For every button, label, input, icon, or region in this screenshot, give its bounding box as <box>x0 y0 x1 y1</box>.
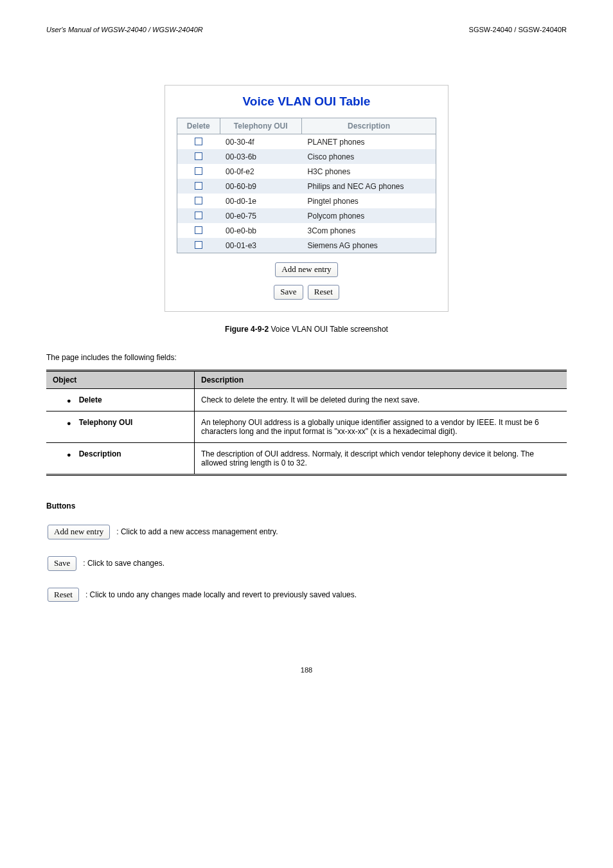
cell-oui: 00-d0-1e <box>220 194 301 208</box>
table-row: 00-0f-e2 H3C phones <box>177 164 436 179</box>
delete-checkbox[interactable] <box>195 182 202 190</box>
cell-desc: PLANET phones <box>301 134 436 150</box>
cell-desc: Philips and NEC AG phones <box>301 179 436 194</box>
cell-desc: Polycom phones <box>301 208 436 223</box>
save-button[interactable]: Save <box>274 285 303 300</box>
add-entry-button[interactable]: Add new entry <box>275 262 337 277</box>
cell-oui: 00-30-4f <box>220 134 301 150</box>
lead-text: The page includes the following fields: <box>46 353 567 362</box>
header-right: SGSW-24040 / SGSW-24040R <box>469 26 567 33</box>
description-table: Object Description ● Delete Check to del… <box>46 370 567 476</box>
page-number: 188 <box>46 666 567 674</box>
col-description: Description <box>301 118 436 134</box>
btn-desc-text: : Click to add a new access management e… <box>116 527 278 536</box>
table-row: 00-01-e3 Siemens AG phones <box>177 238 436 253</box>
table-row: 00-d0-1e Pingtel phones <box>177 194 436 208</box>
desc-obj-label: Description <box>79 449 121 458</box>
bullet-icon: ● <box>53 418 71 427</box>
cell-oui: 00-60-b9 <box>220 179 301 194</box>
desc-obj-label: Delete <box>79 395 102 404</box>
cell-oui: 00-01-e3 <box>220 238 301 253</box>
delete-checkbox[interactable] <box>195 212 202 219</box>
page-header: User's Manual of WGSW-24040 / WGSW-24040… <box>46 26 567 33</box>
figure-caption: Figure 4-9-2 Voice VLAN OUI Table screen… <box>46 325 567 334</box>
cell-oui: 00-e0-bb <box>220 223 301 238</box>
cell-desc: Siemens AG phones <box>301 238 436 253</box>
desc-obj-text: The description of OUI address. Normaly,… <box>195 442 567 475</box>
cell-desc: Pingtel phones <box>301 194 436 208</box>
btn-desc-text: : Click to save changes. <box>83 559 164 568</box>
desc-obj-text: An telephony OUI address is a globally u… <box>195 411 567 442</box>
table-row: 00-e0-bb 3Com phones <box>177 223 436 238</box>
figure-caption-text: Voice VLAN OUI Table screenshot <box>269 325 388 334</box>
desc-head-description: Description <box>195 370 567 388</box>
delete-checkbox[interactable] <box>195 138 202 145</box>
cell-oui: 00-e0-75 <box>220 208 301 223</box>
buttons-section-title: Buttons <box>46 502 567 511</box>
figure-number: Figure 4-9-2 <box>225 325 269 334</box>
delete-checkbox[interactable] <box>195 197 202 204</box>
delete-checkbox[interactable] <box>195 167 202 175</box>
cell-desc: Cisco phones <box>301 149 436 164</box>
reset-button-doc[interactable]: Reset <box>48 588 79 602</box>
desc-obj-label: Telephony OUI <box>79 418 133 427</box>
table-row: 00-30-4f PLANET phones <box>177 134 436 150</box>
desc-obj-text: Check to delete the entry. It will be de… <box>195 388 567 411</box>
desc-head-object: Object <box>46 370 195 388</box>
panel-title: Voice VLAN OUI Table <box>177 95 436 109</box>
save-button-doc[interactable]: Save <box>48 556 76 571</box>
col-telephony-oui: Telephony OUI <box>220 118 301 134</box>
cell-oui: 00-03-6b <box>220 149 301 164</box>
delete-checkbox[interactable] <box>195 241 202 249</box>
buttons-section: Buttons Add new entry : Click to add a n… <box>46 502 567 602</box>
cell-desc: 3Com phones <box>301 223 436 238</box>
btn-desc-text: : Click to undo any changes made locally… <box>85 590 357 599</box>
figure-container: Voice VLAN OUI Table Delete Telephony OU… <box>46 85 567 312</box>
add-entry-button-doc[interactable]: Add new entry <box>48 525 110 539</box>
bullet-icon: ● <box>53 449 71 458</box>
table-row: 00-60-b9 Philips and NEC AG phones <box>177 179 436 194</box>
cell-oui: 00-0f-e2 <box>220 164 301 179</box>
delete-checkbox[interactable] <box>195 152 202 160</box>
table-row: 00-03-6b Cisco phones <box>177 149 436 164</box>
bullet-icon: ● <box>53 395 71 404</box>
header-left: User's Manual of WGSW-24040 / WGSW-24040… <box>46 26 203 33</box>
table-row: 00-e0-75 Polycom phones <box>177 208 436 223</box>
cell-desc: H3C phones <box>301 164 436 179</box>
oui-table: Delete Telephony OUI Description 00-30-4… <box>177 118 436 253</box>
reset-button[interactable]: Reset <box>308 285 339 300</box>
delete-checkbox[interactable] <box>195 226 202 234</box>
oui-panel: Voice VLAN OUI Table Delete Telephony OU… <box>164 85 449 312</box>
col-delete: Delete <box>177 118 220 134</box>
